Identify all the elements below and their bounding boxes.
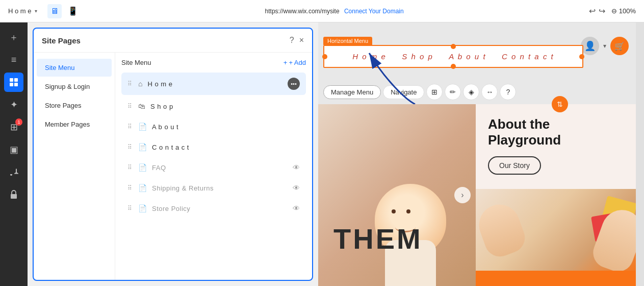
nav-item-member-pages[interactable]: Member Pages bbox=[37, 115, 112, 133]
canvas-nav-about[interactable]: A b o u t bbox=[449, 52, 486, 61]
next-slide-button[interactable]: › bbox=[454, 187, 471, 203]
layers-icon-btn[interactable]: ◈ bbox=[463, 84, 479, 100]
visibility-icon: 👁 bbox=[293, 184, 300, 192]
device-switcher: 🖥 📱 bbox=[47, 4, 80, 18]
drag-handle-icon: ⠿ bbox=[127, 205, 132, 212]
redo-button[interactable]: ↪ bbox=[599, 6, 605, 16]
canvas-toolbar: Manage Menu Navigate ⊞ ✏ ◈ ↔ ? bbox=[323, 84, 516, 100]
apps-badge: 1 bbox=[15, 118, 22, 126]
canvas-nav-shop[interactable]: S h o p bbox=[402, 52, 433, 61]
add-plus-icon: + bbox=[284, 59, 288, 66]
manage-menu-button[interactable]: Manage Menu bbox=[323, 85, 381, 99]
page-item-home[interactable]: ⠿ ⌂ H o m e ••• bbox=[121, 73, 306, 95]
page-name-store-policy: Store Policy bbox=[152, 205, 288, 212]
page-label: H o m e bbox=[8, 7, 32, 15]
shop-page-icon: 🛍 bbox=[138, 102, 145, 110]
contact-page-icon: 📄 bbox=[138, 143, 147, 151]
orange-strip bbox=[476, 271, 644, 286]
handle-left[interactable] bbox=[322, 54, 327, 59]
canvas-nav-contact[interactable]: C o n t a c t bbox=[502, 52, 554, 61]
page-item-shop[interactable]: ⠿ 🛍 S h o p bbox=[121, 97, 306, 115]
our-story-button[interactable]: Our Story bbox=[488, 156, 541, 175]
page-selector[interactable]: H o m e ▾ bbox=[8, 7, 37, 15]
grid-icon-btn[interactable]: ⊞ bbox=[426, 84, 443, 100]
lock-tool-icon[interactable] bbox=[4, 185, 23, 204]
desktop-device-icon[interactable]: 🖥 bbox=[47, 4, 62, 18]
page-item-about[interactable]: ⠿ 📄 A b o u t bbox=[121, 117, 306, 136]
edit-icon-btn[interactable]: ✏ bbox=[445, 84, 461, 100]
them-text: THEM bbox=[333, 222, 423, 255]
undo-redo-group: ↩ ↪ bbox=[589, 6, 605, 16]
horizontal-menu-label: Horizontal Menu bbox=[323, 37, 372, 45]
drag-handle-icon: ⠿ bbox=[127, 80, 132, 87]
handle-right[interactable] bbox=[579, 54, 584, 59]
mobile-device-icon[interactable]: 📱 bbox=[66, 4, 80, 18]
panel-help-icon[interactable]: ? bbox=[290, 36, 294, 45]
add-button[interactable]: + + Add bbox=[284, 59, 306, 66]
about-title: About thePlayground bbox=[488, 116, 632, 148]
handle-bottom-center[interactable] bbox=[451, 64, 456, 69]
canvas-left-section: THEM › bbox=[318, 104, 476, 286]
canvas-right-section: ⇅ About thePlayground Our Story bbox=[476, 104, 644, 286]
page-name-contact: C o n t a c t bbox=[152, 144, 300, 151]
panel-nav: Site Menu Signup & Login Store Pages Mem… bbox=[34, 53, 115, 280]
page-name-home: H o m e bbox=[147, 80, 282, 88]
apps-tool-icon[interactable]: ⊞ 1 bbox=[4, 117, 23, 137]
handle-top-center[interactable] bbox=[451, 44, 456, 49]
main-area: ＋ ≡ ✦ ⊞ 1 ▣ Site Pages ? × Site bbox=[0, 22, 644, 286]
shipping-page-icon: 📄 bbox=[138, 184, 147, 192]
drag-handle-icon: ⠿ bbox=[127, 144, 132, 151]
svg-rect-0 bbox=[10, 78, 13, 82]
menus-tool-icon[interactable]: ≡ bbox=[4, 50, 23, 69]
about-page-icon: 📄 bbox=[138, 123, 147, 131]
page-item-store-policy[interactable]: ⠿ 📄 Store Policy 👁 bbox=[121, 199, 306, 218]
hands-image bbox=[476, 189, 644, 271]
panel-content-title: Site Menu bbox=[121, 59, 151, 66]
faq-page-icon: 📄 bbox=[138, 163, 147, 172]
zoom-control[interactable]: ⊖ 100% bbox=[611, 7, 636, 15]
svg-rect-1 bbox=[14, 78, 18, 82]
panel-header-icons: ? × bbox=[290, 36, 304, 45]
navigate-button[interactable]: Navigate bbox=[383, 85, 424, 99]
panel-header: Site Pages ? × bbox=[34, 29, 312, 53]
svg-rect-3 bbox=[14, 83, 18, 86]
panel-close-icon[interactable]: × bbox=[299, 36, 304, 45]
paint-tool-icon[interactable]: ✦ bbox=[4, 95, 23, 114]
svg-rect-2 bbox=[10, 83, 13, 86]
url-bar: https://www.wix.com/mysite Connect Your … bbox=[86, 8, 583, 15]
more-options-button[interactable]: ••• bbox=[288, 78, 300, 90]
canvas-nav-bar: H o m e S h o p A b o u t C o n t a c t bbox=[323, 45, 583, 68]
home-page-icon: ⌂ bbox=[138, 80, 142, 88]
nav-section: Horizontal Menu H o m e S h o p A b o u … bbox=[318, 37, 613, 68]
svg-rect-4 bbox=[11, 194, 17, 199]
canvas-nav-home[interactable]: H o m e bbox=[352, 52, 387, 61]
panel-content: Site Menu + + Add ⠿ ⌂ H o m e ••• ⠿ 🛍 bbox=[115, 53, 312, 280]
visibility-icon: 👁 bbox=[293, 163, 300, 172]
page-name-faq: FAQ bbox=[152, 164, 288, 172]
panel-title: Site Pages bbox=[42, 36, 81, 45]
page-name-about: A b o u t bbox=[152, 123, 300, 131]
undo-button[interactable]: ↩ bbox=[589, 6, 596, 16]
store-policy-page-icon: 📄 bbox=[138, 204, 147, 212]
page-name-shop: S h o p bbox=[150, 103, 300, 110]
page-item-faq[interactable]: ⠿ 📄 FAQ 👁 bbox=[121, 158, 306, 177]
brush-tool-icon[interactable] bbox=[4, 162, 23, 182]
right-stripe bbox=[636, 22, 644, 286]
vertical-arrows-icon[interactable]: ⇅ bbox=[552, 96, 568, 112]
nav-item-store-pages[interactable]: Store Pages bbox=[37, 97, 112, 114]
page-item-contact[interactable]: ⠿ 📄 C o n t a c t bbox=[121, 138, 306, 156]
site-pages-panel: Site Pages ? × Site Menu Signup & Login … bbox=[33, 28, 313, 281]
cms-tool-icon[interactable] bbox=[4, 73, 23, 92]
nav-item-site-menu[interactable]: Site Menu bbox=[37, 59, 112, 77]
page-item-shipping[interactable]: ⠿ 📄 Shipping & Returns 👁 bbox=[121, 179, 306, 197]
media-tool-icon[interactable]: ▣ bbox=[4, 140, 23, 159]
resize-icon-btn[interactable]: ↔ bbox=[481, 84, 498, 100]
panel-body: Site Menu Signup & Login Store Pages Mem… bbox=[34, 53, 312, 280]
baby-right-eye bbox=[406, 209, 410, 213]
add-tool-icon[interactable]: ＋ bbox=[4, 28, 23, 47]
page-chevron-icon: ▾ bbox=[35, 8, 37, 14]
top-bar-right: ↩ ↪ ⊖ 100% bbox=[589, 6, 636, 16]
nav-item-signup-login[interactable]: Signup & Login bbox=[37, 78, 112, 96]
connect-domain-link[interactable]: Connect Your Domain bbox=[344, 8, 404, 15]
help-icon-btn[interactable]: ? bbox=[500, 84, 516, 100]
